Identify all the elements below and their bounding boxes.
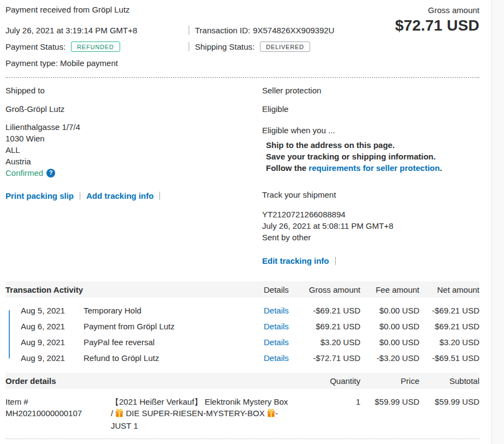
activity-net: $69.21 USD [419,322,479,331]
address-line: 1030 Wien [5,133,262,144]
col-header-net: Net amount [419,285,479,294]
payment-status-group: Payment Status: REFUNDED [5,42,188,52]
header: Payment received from Gröpl Lutz July 26… [5,0,479,71]
vertical-separator [80,192,80,200]
item-subtotal: $59.99 USD [419,396,479,407]
activity-fee: $0.00 USD [360,306,419,315]
col-header-quantity: Quantity [291,376,360,386]
col-header-price: Price [360,376,419,386]
eligibility-conditions: Ship to the address on this page. Save y… [262,139,479,174]
recipient-name: Groß-Gröpl Lutz [5,104,262,114]
seller-protection-status: Eligible [262,104,479,114]
tracking-actions: Edit tracking info [262,256,479,265]
gift-icon [115,409,123,420]
eligibility-heading: Eligible when you ... [262,126,479,135]
transaction-activity-header: Transaction Activity Details Gross amoun… [5,281,479,298]
table-row: Aug 9, 2021 PayPal fee reversal Details … [5,334,479,350]
item-title-text: DIE SUPER-RIESEN-MYSTERY-BOX [123,409,267,418]
details-link[interactable]: Details [264,322,289,331]
item-number-block: Item # MH20210000000107 [5,396,111,419]
col-header-fee: Fee amount [360,285,419,294]
vertical-separator [188,42,189,51]
follow-prefix: Follow the [266,163,309,173]
activity-description: PayPal fee reversal [84,338,264,347]
activity-description: Payment from Gröpl Lutz [84,322,264,331]
address-line: Lilienthalgasse 1/7/4 [5,121,262,133]
transaction-id-value: 9X574826XX909392U [253,26,334,35]
question-icon[interactable]: ? [46,169,55,177]
header-divider [5,77,479,78]
follow-suffix: . [440,163,442,173]
details-link[interactable]: Details [264,353,289,363]
activity-fee: $0.00 USD [360,338,419,347]
gross-amount-block: Gross amount $72.71 USD [395,5,479,71]
header-left: Payment received from Gröpl Lutz July 26… [5,5,395,71]
tracking-number: YT2120721266088894 [262,209,479,220]
activity-description: Temporary Hold [84,306,264,315]
address-confirmed-row: Confirmed ? [5,167,262,179]
confirmed-label: Confirmed [5,167,43,179]
seller-protection-heading: Seller protection [262,86,479,95]
table-row: Aug 5, 2021 Temporary Hold Details -$69.… [5,303,479,318]
shipping-status-label: Shipping Status: [195,42,254,51]
activity-gross: -$69.21 USD [302,306,360,315]
shipped-to-section: Shipped to Groß-Gröpl Lutz Lilienthalgas… [5,86,262,278]
payment-type-row: Payment type: Mobile payment [5,55,395,71]
col-header-details: Details [264,285,302,294]
seller-protection-requirements-link[interactable]: requirements for seller protection [309,163,440,173]
activity-fee: -$3.20 USD [360,353,419,363]
address-line: Austria [5,156,262,167]
track-shipment-heading: Track your shipment [262,190,479,199]
print-packing-slip-link[interactable]: Print packing slip [5,191,74,200]
edit-tracking-info-link[interactable]: Edit tracking info [262,256,329,265]
tracking-info: YT2120721266088894 July 26, 2021 at 5:08… [262,209,479,243]
shipped-to-heading: Shipped to [5,86,262,95]
status-row: Payment Status: REFUNDED Shipping Status… [5,38,395,55]
item-quantity: 1 [291,396,360,407]
payment-status-badge: REFUNDED [71,42,120,52]
activity-date: Aug 9, 2021 [21,338,84,347]
activity-date: Aug 5, 2021 [21,306,84,315]
details-link[interactable]: Details [264,306,289,315]
activity-gross: $3.20 USD [302,338,360,347]
shipping-status-group: Shipping Status: DELIVERED [188,42,310,52]
item-number-value: MH20210000000107 [5,407,111,419]
activity-date: Aug 6, 2021 [21,322,84,331]
payment-status-label: Payment Status: [5,42,66,51]
order-details-title: Order details [5,376,291,386]
seller-protection-section: Seller protection Eligible Eligible when… [262,86,479,278]
condition-line: Save your tracking or shipping informati… [266,151,479,162]
activity-gross: $69.21 USD [302,322,360,331]
gross-amount-value: $72.71 USD [395,17,479,34]
activity-net: $3.20 USD [419,338,479,347]
add-tracking-info-link[interactable]: Add tracking info [86,191,153,200]
transaction-id-group: Transaction ID: 9X574826XX909392U [188,26,334,35]
purchase-total-row: Purchase total $59.99 USD [5,439,479,444]
activity-gross: -$72.71 USD [302,353,360,363]
col-header-gross: Gross amount [302,285,360,294]
date-transaction-row: July 26, 2021 at 3:19:14 PM GMT+8 Transa… [5,22,395,38]
shipping-address: Lilienthalgasse 1/7/4 1030 Wien ALL Aust… [5,121,262,179]
scrollbar[interactable] [491,0,504,444]
transaction-detail-page: Payment received from Gröpl Lutz July 26… [0,0,491,444]
transaction-activity-title: Transaction Activity [5,285,264,294]
info-columns: Shipped to Groß-Gröpl Lutz Lilienthalgas… [5,86,479,278]
item-price: $59.99 USD [360,396,419,407]
order-details-header: Order details Quantity Price Subtotal [5,372,479,389]
gross-amount-label: Gross amount [395,5,479,15]
item-title: 【2021 Heißer Verkauf】 Elektronik Mystery… [111,396,291,431]
details-link[interactable]: Details [264,338,289,347]
vertical-separator [335,257,336,265]
vertical-separator [159,192,160,200]
condition-line: Ship to the address on this page. [266,139,479,151]
item-number-label: Item # [5,396,111,407]
activity-date: Aug 9, 2021 [21,353,84,363]
payment-type: Payment type: Mobile payment [5,58,118,68]
order-item-row: Item # MH20210000000107 【2021 Heißer Ver… [5,389,479,436]
table-row: Aug 9, 2021 Refund to Gröpl Lutz Details… [5,350,479,366]
transaction-activity-rows: Aug 5, 2021 Temporary Hold Details -$69.… [5,298,479,366]
shipping-status-badge: DELIVERED [260,42,310,52]
shipping-actions: Print packing slip Add tracking info [5,191,262,200]
page-title: Payment received from Gröpl Lutz [5,5,395,14]
transaction-id-label: Transaction ID: [195,26,250,35]
